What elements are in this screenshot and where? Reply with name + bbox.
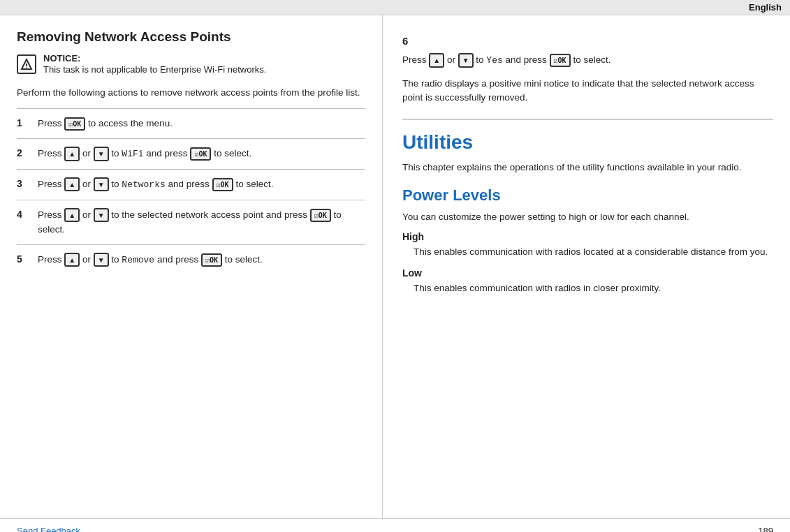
high-term-block: High This enables communication with rad… [402,231,773,259]
step-6-text: Press or to Yes and press ☑OK to select. [402,52,773,68]
step-6-number: 6 [402,35,773,47]
language-label: English [749,2,782,13]
top-bar: English [0,0,790,15]
step-2-body: Press or to WiFi and press ☑OK to select… [38,146,251,162]
power-levels-heading: Power Levels [402,186,773,205]
step-3: 3 Press or to Networks and press ☑OK to … [17,169,365,200]
intro-text: Perform the following actions to remove … [17,86,365,100]
step-4-body: Press or to the selected network access … [38,207,365,237]
up-button-icon [64,147,80,161]
ok-button-icon-5: ☑OK [201,253,222,267]
right-column: 6 Press or to Yes and press ☑OK to selec… [383,15,790,518]
up-button-icon-6 [429,53,444,67]
section-divider [402,119,773,120]
power-levels-intro: You can customize the power setting to h… [402,210,773,224]
ok-button-icon-6: ☑OK [550,54,571,67]
down-button-icon-3 [94,177,109,191]
down-button-icon-6 [458,53,474,67]
notice-text: This task is not applicable to Enterpris… [43,64,266,76]
step-3-body: Press or to Networks and press ☑OK to se… [38,177,273,193]
notice-title: NOTICE: [43,53,266,64]
notice-box: NOTICE: This task is not applicable to E… [17,53,365,76]
step-1-number: 1 [17,116,29,128]
high-term-desc: This enables communication with radios l… [402,245,773,259]
step-1-body: Press ☑OK to access the menu. [38,116,173,131]
up-button-icon-3 [64,177,80,191]
send-feedback-link[interactable]: Send Feedback [17,526,80,532]
utilities-intro: This chapter explains the operations of … [402,161,773,175]
left-column: Removing Network Access Points NOTICE: T… [0,15,383,518]
high-term-title: High [402,231,773,242]
notice-icon [17,54,36,74]
down-button-icon-5 [94,253,109,267]
step-5-body: Press or to Remove and press ☑OK to sele… [38,252,263,268]
low-term-title: Low [402,267,773,279]
step-3-number: 3 [17,177,29,189]
step-6-block: 6 Press or to Yes and press ☑OK to selec… [402,29,773,105]
up-button-icon-5 [64,253,80,267]
ok-button-icon-4: ☑OK [310,209,331,222]
page-number: 189 [758,526,773,532]
ok-button-icon: ☑OK [64,117,85,131]
step-2: 2 Press or to WiFi and press ☑OK to sele… [17,138,365,169]
svg-point-1 [26,67,27,68]
notice-content: NOTICE: This task is not applicable to E… [43,53,266,76]
section-title: Removing Network Access Points [17,29,365,45]
footer: Send Feedback 189 [0,518,790,532]
step-4-number: 4 [17,207,29,220]
up-button-icon-4 [64,208,80,222]
step-5-number: 5 [17,252,29,265]
step-1: 1 Press ☑OK to access the menu. [17,108,365,138]
steps-list: 1 Press ☑OK to access the menu. 2 Press … [17,108,365,274]
utilities-heading: Utilities [402,131,773,154]
ok-button-icon-3: ☑OK [212,178,233,191]
step-6-result: The radio displays a positive mini notic… [402,77,773,105]
down-button-icon-4 [94,208,109,222]
ok-button-icon-2: ☑OK [190,147,211,161]
low-term-block: Low This enables communication with radi… [402,267,773,295]
down-button-icon [94,147,109,161]
step-2-number: 2 [17,146,29,158]
low-term-desc: This enables communication with radios i… [402,281,773,295]
step-5: 5 Press or to Remove and press ☑OK to se… [17,244,365,275]
step-4: 4 Press or to the selected network acces… [17,200,365,244]
